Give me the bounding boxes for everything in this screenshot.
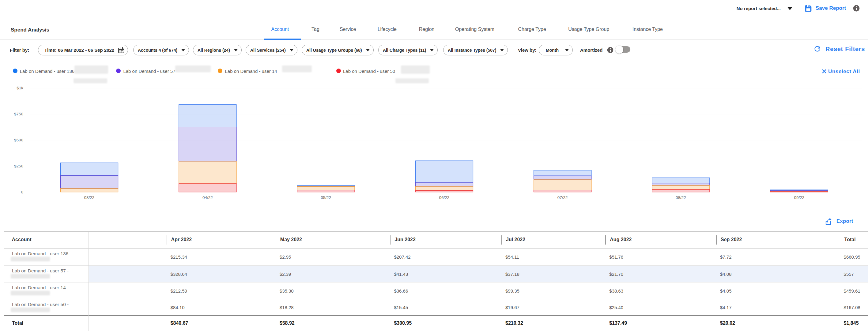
svg-text:08/22: 08/22 [676, 195, 686, 200]
svg-text:$250: $250 [14, 164, 23, 168]
svg-text:$1k: $1k [17, 86, 23, 90]
svg-text:0: 0 [21, 190, 23, 194]
svg-text:04/22: 04/22 [203, 195, 213, 200]
svg-text:$750: $750 [14, 112, 23, 116]
svg-text:09/22: 09/22 [794, 195, 804, 200]
svg-text:06/22: 06/22 [439, 195, 450, 200]
svg-text:07/22: 07/22 [557, 195, 568, 200]
svg-text:03/22: 03/22 [84, 195, 95, 200]
svg-text:05/22: 05/22 [321, 195, 331, 200]
svg-text:$500: $500 [14, 138, 23, 142]
